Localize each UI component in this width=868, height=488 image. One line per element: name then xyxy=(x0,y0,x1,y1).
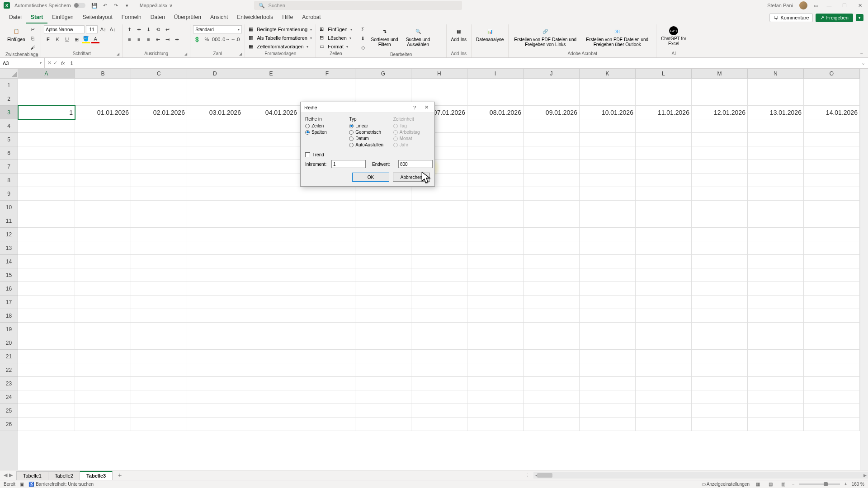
row-header[interactable]: 14 xyxy=(0,255,18,268)
cell[interactable] xyxy=(187,390,243,404)
cell[interactable] xyxy=(580,201,636,214)
undo-icon[interactable]: ↶ xyxy=(102,2,109,9)
checkbox-trend[interactable]: Trend xyxy=(305,152,430,157)
cell[interactable] xyxy=(748,187,804,201)
cell[interactable] xyxy=(187,323,243,336)
cell[interactable] xyxy=(580,296,636,309)
cell[interactable] xyxy=(299,363,355,377)
fill-icon[interactable]: ⬇ xyxy=(359,34,367,42)
cell[interactable] xyxy=(355,201,411,214)
normal-view-icon[interactable]: ▦ xyxy=(754,481,762,488)
cell[interactable] xyxy=(187,214,243,228)
cell[interactable] xyxy=(692,79,748,92)
fill-color-icon[interactable]: 🪣 xyxy=(82,35,90,43)
cell[interactable] xyxy=(187,350,243,363)
cell[interactable] xyxy=(748,390,804,404)
comma-icon[interactable]: 000 xyxy=(212,35,220,43)
cell[interactable] xyxy=(187,228,243,241)
endwert-input[interactable] xyxy=(398,160,433,168)
column-header[interactable]: E xyxy=(243,69,299,79)
cell[interactable] xyxy=(580,187,636,201)
cell-styles-button[interactable]: ▦Zellenformatvorlagen▾ xyxy=(248,42,309,51)
cell[interactable] xyxy=(748,336,804,350)
expand-formula-icon[interactable]: ⌄ xyxy=(859,60,868,66)
cell[interactable] xyxy=(804,146,860,160)
cell[interactable] xyxy=(467,309,524,323)
cell[interactable] xyxy=(411,390,467,404)
cell[interactable] xyxy=(75,255,131,268)
cell[interactable] xyxy=(243,363,299,377)
cell[interactable] xyxy=(467,92,524,106)
cell[interactable] xyxy=(692,214,748,228)
row-header[interactable]: 8 xyxy=(0,174,18,187)
cell[interactable] xyxy=(580,92,636,106)
conditional-formatting-button[interactable]: ▦Bedingte Formatierung▾ xyxy=(248,25,313,33)
cell[interactable] xyxy=(18,79,75,92)
increase-font-icon[interactable]: A↑ xyxy=(99,25,107,33)
merge-icon[interactable]: ⬌ xyxy=(173,35,181,43)
hscroll-right-icon[interactable]: ▶ xyxy=(862,472,868,479)
cell[interactable] xyxy=(467,390,524,404)
cell[interactable] xyxy=(299,187,355,201)
row-header[interactable]: 7 xyxy=(0,160,18,174)
cell[interactable] xyxy=(243,241,299,255)
cell[interactable] xyxy=(524,119,580,133)
cell[interactable] xyxy=(355,350,411,363)
cell[interactable] xyxy=(131,350,187,363)
cell[interactable] xyxy=(804,214,860,228)
align-middle-icon[interactable]: ⬌ xyxy=(135,25,143,33)
cell[interactable] xyxy=(467,296,524,309)
cell[interactable] xyxy=(299,418,355,431)
cell[interactable]: 10.01.2026 xyxy=(580,106,636,119)
cell[interactable] xyxy=(580,268,636,282)
cell[interactable] xyxy=(636,350,692,363)
cell[interactable] xyxy=(692,241,748,255)
cell[interactable] xyxy=(692,323,748,336)
cell[interactable] xyxy=(299,214,355,228)
clear-icon[interactable]: ◇ xyxy=(359,43,367,52)
cell[interactable] xyxy=(636,228,692,241)
share-button[interactable]: ↗ Freigeben xyxy=(816,14,853,22)
cell[interactable] xyxy=(243,309,299,323)
cell[interactable] xyxy=(804,174,860,187)
cell[interactable] xyxy=(636,255,692,268)
cell[interactable] xyxy=(411,187,467,201)
cell[interactable] xyxy=(636,146,692,160)
radio-zeilen[interactable]: Zeilen xyxy=(305,123,342,128)
sheet-next-icon[interactable]: ▶ xyxy=(9,472,13,478)
align-right-icon[interactable]: ≡ xyxy=(144,35,152,43)
cell[interactable] xyxy=(524,390,580,404)
cell[interactable] xyxy=(467,323,524,336)
cell[interactable] xyxy=(243,119,299,133)
radio-geometrisch[interactable]: Geometrisch xyxy=(349,130,386,135)
display-settings[interactable]: ▭ Anzeigeeinstellungen xyxy=(702,482,750,487)
radio-autofill[interactable]: AutoAusfüllen xyxy=(349,142,386,147)
cell[interactable] xyxy=(75,201,131,214)
cell[interactable] xyxy=(636,296,692,309)
vertical-scrollbar[interactable] xyxy=(860,69,868,470)
cell[interactable] xyxy=(804,363,860,377)
search-box[interactable]: 🔍 Suchen xyxy=(254,1,462,10)
cell[interactable] xyxy=(75,119,131,133)
cell[interactable] xyxy=(636,92,692,106)
cell[interactable] xyxy=(187,336,243,350)
cell[interactable] xyxy=(299,404,355,418)
cell[interactable] xyxy=(75,350,131,363)
row-header[interactable]: 22 xyxy=(0,363,18,377)
cell[interactable] xyxy=(75,160,131,174)
cell[interactable] xyxy=(467,418,524,431)
cell[interactable] xyxy=(524,133,580,146)
cell[interactable] xyxy=(467,214,524,228)
format-table-button[interactable]: ▦Als Tabelle formatieren▾ xyxy=(248,34,313,42)
cell[interactable] xyxy=(299,228,355,241)
ok-button[interactable]: OK xyxy=(352,173,389,182)
column-header[interactable]: H xyxy=(411,69,467,79)
cell[interactable] xyxy=(75,309,131,323)
cell[interactable] xyxy=(636,241,692,255)
cell[interactable] xyxy=(187,255,243,268)
cancel-button[interactable]: Abbrechen xyxy=(393,173,430,182)
cell[interactable] xyxy=(18,404,75,418)
font-color-icon[interactable]: A xyxy=(91,35,99,43)
radio-datum[interactable]: Datum xyxy=(349,136,386,141)
cells-area[interactable]: 101.01.202602.01.202603.01.202604.01.202… xyxy=(18,79,860,470)
